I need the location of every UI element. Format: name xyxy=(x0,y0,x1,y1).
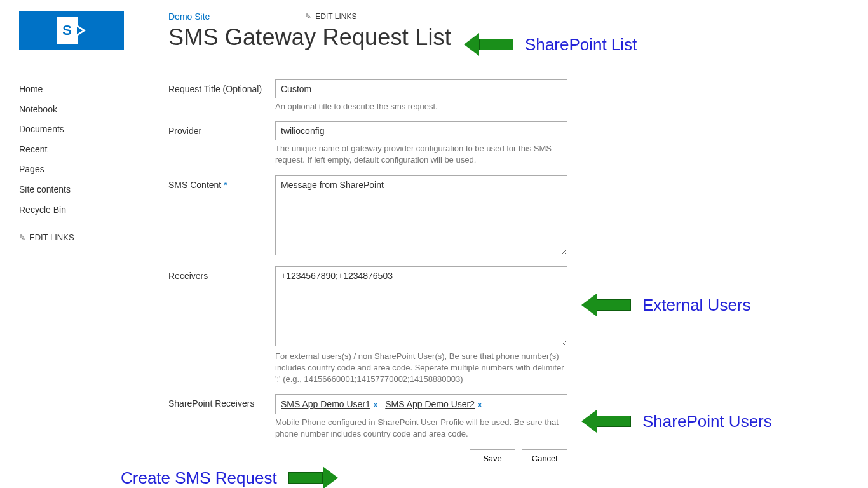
annotation-create-request: Create SMS Request xyxy=(121,466,338,488)
label-request-title: Request Title (Optional) xyxy=(168,79,275,94)
sms-request-form: Request Title (Optional) An optional tit… xyxy=(168,79,613,468)
page-header: S Demo Site ✎ EDIT LINKS SMS Gateway Req… xyxy=(0,0,868,51)
remove-chip-icon[interactable]: x xyxy=(478,400,482,409)
label-sms-content: SMS Content * xyxy=(168,175,275,190)
pencil-icon: ✎ xyxy=(305,12,311,21)
sidebar-item-notebook[interactable]: Notebook xyxy=(19,100,168,120)
cancel-button[interactable]: Cancel xyxy=(522,449,567,468)
sidebar-item-recyclebin[interactable]: Recycle Bin xyxy=(19,200,168,220)
provider-input[interactable] xyxy=(275,121,567,140)
label-sms-content-text: SMS Content xyxy=(168,180,221,190)
people-chip[interactable]: SMS App Demo User1 xyxy=(281,399,370,409)
sms-content-textarea[interactable] xyxy=(275,175,567,255)
page-title: SMS Gateway Request List xyxy=(168,24,868,51)
sharepoint-logo-icon: S xyxy=(57,17,87,44)
arrow-right-icon xyxy=(288,466,338,488)
sidebar-item-home[interactable]: Home xyxy=(19,79,168,100)
sidebar-item-recent[interactable]: Recent xyxy=(19,140,168,160)
sidebar-item-documents[interactable]: Documents xyxy=(19,119,168,140)
help-provider: The unique name of gateway provider conf… xyxy=(275,143,567,166)
save-button[interactable]: Save xyxy=(470,449,515,468)
request-title-input[interactable] xyxy=(275,79,567,98)
sidebar-item-pages[interactable]: Pages xyxy=(19,159,168,180)
label-provider: Provider xyxy=(168,121,275,136)
annotation-label: Create SMS Request xyxy=(121,468,277,488)
sidebar-edit-links[interactable]: ✎ EDIT LINKS xyxy=(19,227,168,247)
quick-launch-sidebar: Home Notebook Documents Recent Pages Sit… xyxy=(19,79,168,468)
sidebar-edit-links-label: EDIT LINKS xyxy=(29,233,74,242)
site-link[interactable]: Demo Site xyxy=(168,11,210,22)
remove-chip-icon[interactable]: x xyxy=(374,400,378,409)
sidebar-item-sitecontents[interactable]: Site contents xyxy=(19,180,168,200)
label-receivers: Receivers xyxy=(168,266,275,281)
pencil-icon: ✎ xyxy=(19,233,25,242)
site-logo[interactable]: S xyxy=(19,11,124,50)
sharepoint-receivers-picker[interactable]: SMS App Demo User1 x SMS App Demo User2 … xyxy=(275,394,567,414)
required-marker: * xyxy=(224,180,227,190)
people-chip[interactable]: SMS App Demo User2 xyxy=(385,399,475,409)
edit-links-top-label: EDIT LINKS xyxy=(315,12,356,21)
label-sp-receivers: SharePoint Receivers xyxy=(168,394,275,409)
edit-links-top[interactable]: ✎ EDIT LINKS xyxy=(305,12,356,21)
help-receivers: For external users(s) / non SharePoint U… xyxy=(275,351,567,386)
help-sp-receivers: Mobile Phone configured in SharePoint Us… xyxy=(275,417,567,440)
receivers-textarea[interactable] xyxy=(275,266,567,346)
help-request-title: An optional title to describe the sms re… xyxy=(275,101,567,112)
